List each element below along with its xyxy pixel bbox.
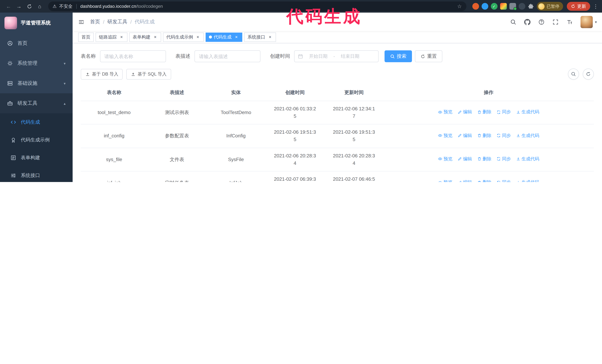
preview-link[interactable]: 预览 (438, 109, 452, 115)
tab-home[interactable]: 首页 (78, 32, 94, 42)
start-date-input[interactable] (305, 54, 332, 59)
edit-link[interactable]: 编辑 (458, 179, 472, 182)
address-bar[interactable]: ⚠ 不安全 dashboard.yudao.iocoder.cn/tool/co… (48, 1, 466, 11)
bookmark-star-icon[interactable]: ☆ (457, 3, 462, 9)
header-search-button[interactable] (506, 13, 520, 31)
gear-icon (7, 60, 13, 66)
close-icon[interactable]: × (268, 34, 273, 40)
delete-link[interactable]: 删除 (477, 179, 491, 182)
browser-forward-icon[interactable]: → (14, 1, 24, 11)
refresh-table-button[interactable] (583, 69, 594, 80)
col-table-desc: 表描述 (147, 84, 206, 101)
sidebar-item-infrastructure[interactable]: 基础设施 ▾ (0, 73, 73, 93)
cell-table-name: tool_test_demo (98, 110, 130, 115)
table-name-input[interactable] (100, 50, 166, 62)
edit-link[interactable]: 编辑 (458, 109, 472, 115)
server-icon (7, 80, 13, 86)
badge-icon (10, 137, 16, 143)
breadcrumb-devtools[interactable]: 研发工具 (108, 19, 128, 25)
sync-link[interactable]: 同步 (496, 109, 511, 115)
browser-back-icon[interactable]: ← (4, 1, 13, 11)
generate-code-link[interactable]: 生成代码 (516, 156, 539, 162)
cell-updated-time: 2021-02-06 12:34:17 (332, 105, 376, 120)
tab-system-api[interactable]: 系统接口× (244, 32, 276, 42)
preview-link[interactable]: 预览 (438, 132, 452, 139)
sidebar-item-codegen-example[interactable]: 代码生成示例 (0, 131, 73, 149)
sidebar-item-form-builder[interactable]: 表单构建 (0, 149, 73, 167)
sidebar-item-devtools[interactable]: 研发工具 ▴ (0, 93, 73, 113)
app-title: 芋道管理系统 (21, 20, 51, 26)
breadcrumb-current: 代码生成 (135, 19, 155, 25)
sidebar-logo[interactable]: 芋道管理系统 (0, 13, 73, 33)
delete-link[interactable]: 删除 (477, 132, 491, 139)
cell-entity: SysFile (228, 156, 244, 162)
help-button[interactable] (535, 13, 549, 31)
sync-link[interactable]: 同步 (496, 132, 511, 139)
cell-entity: InfConfig (226, 133, 246, 139)
import-db-button[interactable]: 基于 DB 导入 (81, 69, 123, 79)
breadcrumb-separator: / (130, 19, 132, 25)
browser-home-icon[interactable]: ⌂ (35, 1, 44, 11)
update-button[interactable]: 更新 (567, 2, 590, 11)
font-size-button[interactable] (563, 13, 577, 31)
toggle-search-button[interactable] (568, 69, 579, 80)
sidebar-item-system-api[interactable]: 系统接口 (0, 167, 73, 182)
edit-link[interactable]: 编辑 (458, 156, 472, 162)
sidebar-toggle-button[interactable] (73, 13, 90, 31)
sidebar-item-label: 代码生成 (21, 119, 40, 125)
search-button[interactable]: 搜索 (385, 50, 412, 62)
delete-link[interactable]: 删除 (477, 156, 491, 162)
tab-codegen[interactable]: 代码生成× (206, 32, 242, 42)
table-desc-input[interactable] (194, 50, 260, 62)
github-link[interactable] (520, 13, 535, 31)
fullscreen-button[interactable] (549, 13, 563, 31)
action-label: 删除 (483, 132, 491, 139)
sync-link[interactable]: 同步 (496, 156, 511, 162)
sync-link[interactable]: 同步 (496, 179, 511, 182)
security-warning-label[interactable]: 不安全 (59, 3, 73, 10)
close-icon[interactable]: × (195, 34, 200, 40)
extension-icon-3[interactable]: ✓ (491, 3, 497, 10)
sidebar-item-codegen[interactable]: 代码生成 (0, 113, 73, 131)
extension-icon-1[interactable] (472, 3, 479, 10)
tab-label: 首页 (82, 34, 90, 40)
import-sql-button[interactable]: 基于 SQL 导入 (127, 69, 171, 79)
end-date-input[interactable] (337, 54, 363, 59)
profile-chip[interactable]: 已暂停 (537, 2, 563, 11)
preview-link[interactable]: 预览 (438, 179, 452, 182)
tab-form-builder[interactable]: 表单构建× (129, 32, 161, 42)
tab-codegen-example[interactable]: 代码生成示例× (163, 32, 204, 42)
date-range-picker[interactable]: - (294, 50, 379, 62)
generate-code-link[interactable]: 生成代码 (516, 179, 539, 182)
cell-updated-time: 2021-02-06 20:28:34 (332, 152, 376, 167)
action-label: 生成代码 (522, 179, 539, 182)
generate-code-link[interactable]: 生成代码 (516, 109, 539, 115)
sidebar-item-home[interactable]: 首页 (0, 33, 73, 53)
user-avatar[interactable] (580, 16, 593, 28)
delete-link[interactable]: 删除 (477, 109, 491, 115)
extension-icon-2[interactable] (481, 3, 488, 10)
extension-icon-4[interactable] (500, 3, 507, 10)
eye-icon (438, 157, 442, 161)
edit-link[interactable]: 编辑 (458, 132, 472, 139)
extensions-puzzle-icon[interactable] (528, 3, 534, 9)
filter-bar: 表名称 表描述 创建时间 - 搜索 (81, 50, 594, 62)
browser-refresh-icon[interactable] (24, 1, 34, 11)
cell-actions: 预览 编辑 删除 同步 生成代码 (383, 125, 594, 148)
reset-button[interactable]: 重置 (415, 50, 442, 62)
action-label: 生成代码 (522, 109, 539, 115)
generate-code-link[interactable]: 生成代码 (516, 132, 539, 139)
close-icon[interactable]: × (119, 34, 124, 40)
breadcrumb-home[interactable]: 首页 (90, 19, 100, 25)
close-icon[interactable]: × (153, 34, 158, 40)
app-shell: 芋道管理系统 首页 系统管理 ▾ 基础设施 ▾ 研发工具 ▴ (0, 13, 602, 182)
browser-menu-icon[interactable]: ⋮ (593, 3, 598, 9)
extension-icon-5[interactable] (509, 3, 516, 10)
preview-link[interactable]: 预览 (438, 156, 452, 162)
tab-tracing[interactable]: 链路追踪× (96, 32, 128, 42)
extension-icon-6[interactable] (518, 3, 525, 10)
cell-entity: ToolTestDemo (221, 110, 251, 115)
avatar-caret-icon[interactable]: ▾ (595, 20, 597, 24)
sidebar-item-system[interactable]: 系统管理 ▾ (0, 53, 73, 73)
close-icon[interactable]: × (234, 34, 239, 40)
